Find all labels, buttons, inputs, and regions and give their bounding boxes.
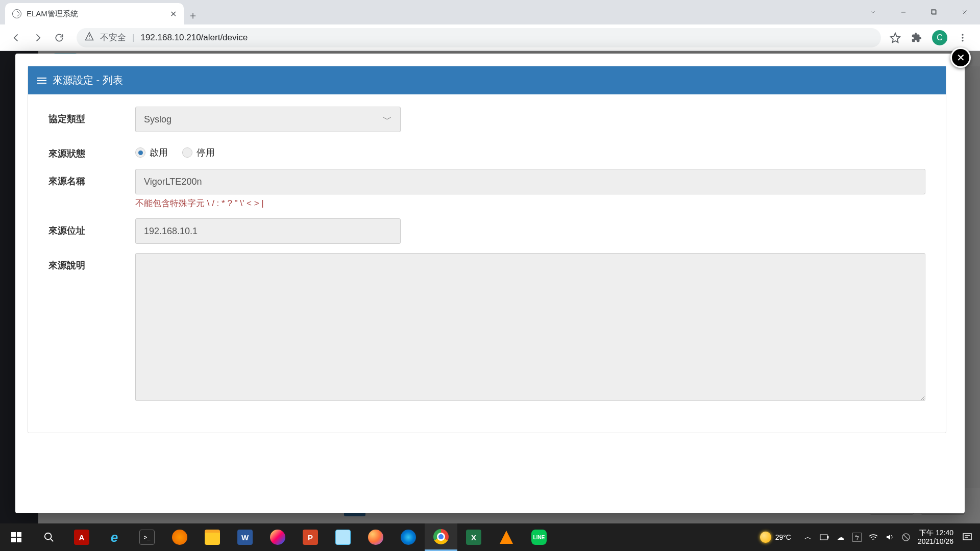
status-radio-group: 啟用 停用	[135, 141, 925, 159]
taskbar-app-line[interactable]: LINE	[523, 523, 555, 551]
status-label: 來源狀態	[48, 141, 135, 160]
status-disabled-radio[interactable]: 停用	[182, 146, 215, 159]
svg-point-3	[962, 37, 963, 38]
taskbar-app-firefox[interactable]	[359, 523, 392, 551]
tray-ime-icon[interactable]: ㄅ	[852, 533, 862, 542]
radio-label: 停用	[197, 146, 215, 159]
tray-wifi-icon[interactable]	[869, 533, 878, 542]
reload-button[interactable]	[50, 29, 68, 47]
radio-dot-icon	[135, 147, 145, 158]
source-address-input[interactable]	[135, 218, 401, 244]
name-hint: 不能包含特殊字元 \ / : * ? " \' < > |	[135, 197, 925, 209]
address-label: 來源位址	[48, 218, 135, 237]
not-secure-icon	[85, 32, 94, 43]
address-bar[interactable]: 不安全 | 192.168.10.210/alert/device	[77, 28, 881, 47]
name-label: 來源名稱	[48, 169, 135, 187]
svg-rect-8	[17, 538, 21, 542]
taskbar-app-chrome[interactable]	[425, 523, 457, 551]
svg-point-4	[962, 40, 963, 41]
svg-rect-7	[11, 538, 16, 542]
star-icon[interactable]	[889, 32, 901, 44]
radio-label: 啟用	[150, 146, 168, 159]
source-description-textarea[interactable]	[135, 253, 925, 401]
profile-avatar[interactable]: C	[932, 30, 947, 45]
modal-close-button[interactable]: ✕	[950, 47, 971, 68]
window-controls	[857, 0, 980, 24]
start-button[interactable]	[0, 523, 33, 551]
protocol-select[interactable]: Syslog ﹀	[135, 107, 401, 132]
forward-button[interactable]	[29, 29, 47, 47]
new-tab-button[interactable]: ＋	[184, 6, 202, 24]
close-icon[interactable]: ✕	[170, 9, 177, 19]
page-viewport: 全選 ⇅ ⇅ ⇅ 建立日期 總筆數 8 1 筆數▾ 跳頁▾ 查看 ✕ 來源設定 …	[0, 51, 980, 523]
clock-date: 2021/10/26	[918, 537, 953, 546]
kebab-menu-icon[interactable]	[957, 32, 969, 44]
minimize-button[interactable]	[888, 0, 919, 24]
panel-body: 協定類型 Syslog ﹀ 來源狀態	[28, 94, 946, 433]
panel-header: 來源設定 - 列表	[28, 66, 946, 94]
taskbar-clock[interactable]: 下午 12:40 2021/10/26	[918, 529, 953, 546]
weather-widget[interactable]: 29°C	[760, 532, 791, 543]
source-name-input[interactable]	[135, 169, 925, 194]
svg-rect-13	[963, 534, 971, 540]
taskbar-app-notepad[interactable]	[327, 523, 359, 551]
tray-block-icon[interactable]	[901, 533, 911, 542]
svg-point-2	[962, 34, 963, 35]
taskbar-app-vlc[interactable]	[490, 523, 523, 551]
browser-titlebar: ELAM管理系統 ✕ ＋	[0, 0, 980, 24]
taskbar-app-explorer[interactable]	[196, 523, 229, 551]
modal-scroll-area[interactable]: 來源設定 - 列表 協定類型 Syslog ﹀ 來源狀態	[28, 66, 952, 501]
weather-icon	[760, 532, 771, 543]
svg-rect-6	[17, 532, 21, 537]
clock-time: 下午 12:40	[918, 529, 953, 538]
security-label: 不安全	[100, 32, 126, 43]
windows-taskbar: A e >_ W P X LINE 29°C ︿ ☁ ㄅ 下午 12:40 20…	[0, 523, 980, 551]
system-tray: 29°C ︿ ☁ ㄅ 下午 12:40 2021/10/26	[760, 529, 980, 546]
taskbar-app-acrobat[interactable]: A	[65, 523, 98, 551]
window-close-button[interactable]	[949, 0, 980, 24]
extensions-icon[interactable]	[911, 32, 923, 44]
menu-icon	[37, 78, 46, 84]
search-button[interactable]	[33, 523, 65, 551]
tab-search-button[interactable]	[857, 0, 888, 24]
taskbar-app-powerpoint[interactable]: P	[294, 523, 327, 551]
description-label: 來源說明	[48, 253, 135, 271]
tray-chevron-icon[interactable]: ︿	[803, 533, 813, 542]
svg-point-9	[45, 533, 52, 540]
globe-icon	[12, 9, 21, 18]
taskbar-app-word[interactable]: W	[229, 523, 261, 551]
notifications-icon[interactable]	[961, 533, 974, 542]
maximize-button[interactable]	[919, 0, 949, 24]
source-settings-modal: ✕ 來源設定 - 列表 協定類型 Syslog ﹀	[15, 54, 965, 513]
tray-volume-icon[interactable]	[885, 533, 894, 542]
chevron-down-icon: ﹀	[383, 113, 392, 126]
taskbar-app-firefox-dev[interactable]	[163, 523, 196, 551]
taskbar-app-excel[interactable]: X	[457, 523, 490, 551]
settings-panel: 來源設定 - 列表 協定類型 Syslog ﹀ 來源狀態	[28, 66, 946, 433]
taskbar-app-edge[interactable]	[392, 523, 425, 551]
protocol-label: 協定類型	[48, 107, 135, 125]
taskbar-app-terminal[interactable]: >_	[131, 523, 163, 551]
radio-dot-icon	[182, 147, 192, 158]
tab-title: ELAM管理系統	[27, 9, 165, 19]
browser-toolbar: 不安全 | 192.168.10.210/alert/device C	[0, 24, 980, 51]
status-enabled-radio[interactable]: 啟用	[135, 146, 168, 159]
svg-rect-10	[820, 535, 827, 540]
back-button[interactable]	[7, 29, 26, 47]
divider: |	[132, 33, 134, 43]
svg-rect-11	[827, 536, 828, 538]
protocol-value: Syslog	[144, 114, 172, 125]
svg-rect-5	[11, 532, 16, 537]
tray-cloud-icon[interactable]: ☁	[836, 533, 845, 542]
tray-battery-icon[interactable]	[820, 533, 829, 542]
panel-title: 來源設定 - 列表	[53, 73, 123, 87]
url-text: 192.168.10.210/alert/device	[140, 33, 248, 43]
taskbar-app-paint[interactable]	[261, 523, 294, 551]
browser-tab[interactable]: ELAM管理系統 ✕	[5, 3, 184, 24]
weather-temp: 29°C	[775, 533, 791, 541]
taskbar-app-ie[interactable]: e	[98, 523, 131, 551]
